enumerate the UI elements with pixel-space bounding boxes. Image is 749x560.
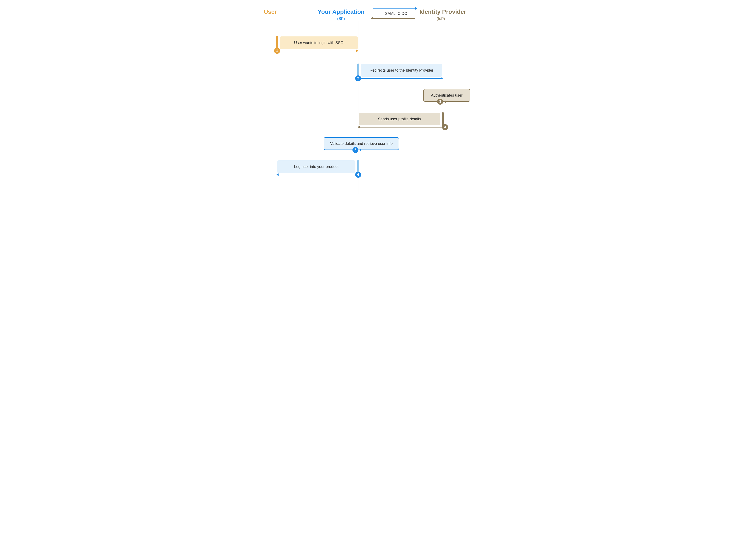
step-5-box: Validate details and retrieve user info <box>324 137 399 150</box>
lane-sub-app: (SP) <box>337 17 345 21</box>
step-4-arrow <box>360 127 442 128</box>
lane-title-user: User <box>264 8 277 15</box>
step-6-label: Log user into your product <box>294 165 338 169</box>
step-3-label: Authenticates user <box>431 93 463 98</box>
step-5-num: 5 <box>352 147 358 153</box>
step-2-box: Redirects user to the Identity Provider <box>361 64 442 77</box>
step-6-num: 6 <box>355 172 361 178</box>
step-4-num: 4 <box>442 124 448 130</box>
step-2-arrow <box>359 78 441 79</box>
step-5-label: Validate details and retrieve user info <box>330 142 393 146</box>
lifeline-idp <box>443 21 443 194</box>
step-1-arrow <box>277 51 356 51</box>
step-3-num: 3 <box>437 99 443 105</box>
arrow-head-icon <box>371 17 373 20</box>
sso-sequence-diagram: User Your Application (SP) Identity Prov… <box>239 0 510 202</box>
step-6-box: Log user into your product <box>277 160 356 173</box>
protocol-arrow-response <box>373 18 415 19</box>
arrow-head-icon <box>358 126 360 128</box>
lane-title-idp: Identity Provider <box>420 8 466 15</box>
step-3-box: Authenticates user <box>423 89 470 102</box>
arrow-head-icon <box>359 149 361 151</box>
step-4-box: Sends user profile details <box>359 113 440 125</box>
arrow-head-icon <box>444 101 446 103</box>
protocol-arrow-request <box>373 8 415 9</box>
arrow-head-icon <box>441 77 443 80</box>
step-6-arrow <box>279 175 357 175</box>
arrow-head-icon <box>356 49 358 52</box>
step-1-label: User wants to login with SSO <box>294 41 343 45</box>
lane-title-app: Your Application <box>318 8 365 15</box>
step-2-num: 2 <box>355 76 361 81</box>
arrow-head-icon <box>415 7 417 10</box>
step-2-label: Redirects user to the Identity Provider <box>370 68 433 73</box>
step-1-box: User wants to login with SSO <box>280 37 358 49</box>
protocol-label: SAML, OIDC <box>385 12 407 16</box>
arrow-head-icon <box>276 173 279 176</box>
lane-sub-idp: (IdP) <box>437 17 445 21</box>
step-1-num: 1 <box>274 48 280 54</box>
step-4-label: Sends user profile details <box>378 117 421 121</box>
